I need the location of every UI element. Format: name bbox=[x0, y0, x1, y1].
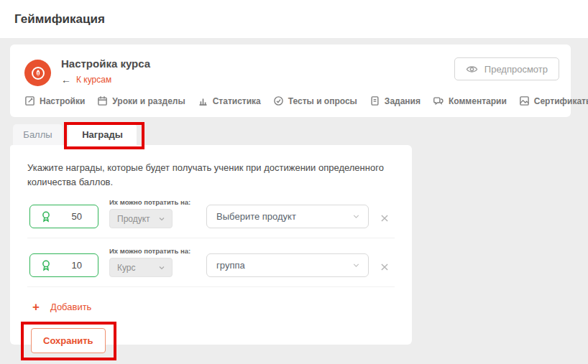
reward-target-select[interactable]: Выберите продукт bbox=[206, 205, 369, 228]
close-icon bbox=[380, 213, 390, 223]
tab-rewards[interactable]: Награды bbox=[68, 123, 137, 145]
chevron-down-icon bbox=[352, 212, 361, 221]
course-nav: Настройки Уроки и разделы Статистика bbox=[24, 95, 559, 117]
chevron-down-icon bbox=[352, 261, 361, 270]
spend-label: Их можно потратить на: bbox=[109, 198, 190, 206]
nav-item-certificates[interactable]: Сертификаты bbox=[519, 95, 588, 106]
spend-type-value: Продукт bbox=[117, 214, 150, 224]
medal-icon bbox=[40, 210, 52, 223]
eye-icon bbox=[466, 65, 478, 74]
spend-group: Их можно потратить на: Курс bbox=[109, 247, 190, 277]
nav-item-label: Статистика bbox=[213, 96, 261, 106]
points-input[interactable]: 10 bbox=[29, 253, 98, 277]
preview-button[interactable]: Предпросмотр bbox=[454, 57, 559, 80]
points-input[interactable]: 50 bbox=[29, 205, 98, 228]
points-value: 50 bbox=[72, 211, 88, 222]
leaf-logo-icon bbox=[29, 64, 47, 83]
check-circle-icon bbox=[273, 95, 284, 106]
nav-item-label: Комментарии bbox=[449, 96, 507, 106]
reward-target-select[interactable]: группа bbox=[206, 253, 369, 277]
page-body: Настройка курса ← К курсам Предпросмотр bbox=[0, 38, 588, 345]
comments-icon bbox=[433, 95, 444, 106]
nav-item-label: Сертификаты bbox=[534, 96, 588, 106]
spend-type-value: Курс bbox=[117, 263, 136, 273]
nav-item-tests[interactable]: Тесты и опросы bbox=[273, 95, 357, 106]
clipboard-icon bbox=[369, 95, 380, 106]
rewards-description: Укажите награды, которые будет получать … bbox=[27, 161, 398, 190]
top-bar: Геймификация bbox=[0, 0, 588, 38]
add-reward-link[interactable]: + Добавить bbox=[32, 301, 395, 313]
spend-group: Их можно потратить на: Продукт bbox=[109, 198, 190, 228]
nav-item-comments[interactable]: Комментарии bbox=[433, 95, 507, 106]
nav-item-label: Настройки bbox=[40, 96, 85, 106]
course-header-card: Настройка курса ← К курсам Предпросмотр bbox=[10, 45, 571, 117]
chevron-down-icon bbox=[157, 215, 166, 223]
course-avatar bbox=[24, 60, 51, 86]
add-reward-label: Добавить bbox=[50, 302, 91, 312]
chevron-down-icon bbox=[157, 263, 166, 272]
spend-type-select[interactable]: Курс bbox=[109, 258, 173, 277]
nav-item-label: Задания bbox=[385, 96, 421, 106]
calendar-icon bbox=[97, 95, 108, 106]
edit-icon bbox=[24, 95, 35, 106]
back-link-label: К курсам bbox=[76, 75, 111, 85]
points-value: 10 bbox=[72, 260, 88, 271]
plus-icon: + bbox=[32, 301, 40, 313]
red-annotation-save-button: Сохранить bbox=[21, 322, 116, 360]
close-icon bbox=[380, 262, 390, 272]
certificate-icon bbox=[519, 95, 530, 106]
nav-item-label: Тесты и опросы bbox=[288, 96, 357, 106]
nav-item-lessons[interactable]: Уроки и разделы bbox=[97, 95, 185, 106]
reward-target-value: Выберите продукт bbox=[216, 211, 296, 222]
rewards-points-tabs: Баллы Награды bbox=[10, 121, 578, 145]
course-title: Настройка курса bbox=[61, 57, 150, 70]
bar-chart-icon bbox=[198, 95, 208, 106]
arrow-left-icon: ← bbox=[61, 75, 71, 85]
course-info: Настройка курса ← К курсам bbox=[61, 57, 150, 85]
back-to-courses-link[interactable]: ← К курсам bbox=[61, 75, 150, 85]
course-header-row: Настройка курса ← К курсам Предпросмотр bbox=[24, 57, 559, 86]
nav-item-statistics[interactable]: Статистика bbox=[198, 95, 261, 106]
nav-item-assignments[interactable]: Задания bbox=[369, 95, 421, 106]
preview-button-label: Предпросмотр bbox=[484, 64, 548, 75]
reward-row: 10 Их можно потратить на: Курс группа bbox=[27, 238, 395, 287]
rewards-panel: Укажите награды, которые будет получать … bbox=[10, 145, 412, 345]
tab-points[interactable]: Баллы bbox=[13, 124, 63, 145]
nav-item-settings[interactable]: Настройки bbox=[24, 95, 85, 106]
remove-reward-button[interactable] bbox=[380, 213, 390, 223]
reward-row: 50 Их можно потратить на: Продукт Выбери… bbox=[27, 190, 395, 238]
nav-item-label: Уроки и разделы bbox=[112, 96, 185, 106]
save-button[interactable]: Сохранить bbox=[31, 328, 106, 353]
spend-label: Их можно потратить на: bbox=[109, 247, 190, 255]
remove-reward-button[interactable] bbox=[380, 262, 390, 272]
page-title: Геймификация bbox=[14, 12, 105, 27]
medal-icon bbox=[40, 259, 52, 272]
spend-type-select[interactable]: Продукт bbox=[109, 209, 173, 228]
reward-target-value: группа bbox=[216, 260, 245, 271]
